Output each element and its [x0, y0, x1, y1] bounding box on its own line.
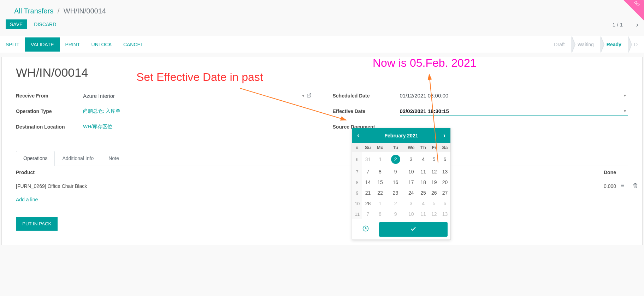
calendar-day[interactable]: 31	[362, 152, 373, 166]
receive-from-input[interactable]	[83, 91, 302, 100]
calendar-week-number: 9	[352, 188, 362, 198]
calendar-day[interactable]: 12	[429, 209, 439, 219]
calendar-day[interactable]: 5	[429, 152, 439, 166]
save-button[interactable]: Save	[6, 19, 27, 29]
calendar-day[interactable]: 28	[362, 198, 373, 209]
put-in-pack-button[interactable]: PUT IN PACK	[16, 217, 58, 231]
destination-location-value[interactable]: WH/库存区位	[83, 124, 312, 130]
split-button[interactable]: Split	[0, 37, 25, 52]
calendar-day[interactable]: 22	[374, 188, 387, 198]
calendar-day[interactable]: 4	[418, 198, 429, 209]
calendar-day[interactable]: 7	[362, 166, 373, 177]
calendar-day-header: Fr	[429, 143, 439, 152]
calendar-day[interactable]: 7	[362, 209, 373, 219]
pager[interactable]: 1 / 1	[613, 22, 623, 28]
calendar-day-header: Su	[362, 143, 373, 152]
calendar-day[interactable]: 10	[404, 166, 418, 177]
calendar-day[interactable]: 9	[386, 166, 404, 177]
calendar-day[interactable]: 9	[386, 209, 404, 219]
calendar-day[interactable]: 6	[439, 152, 450, 166]
calendar-day[interactable]: 2	[386, 198, 404, 209]
external-link-icon[interactable]	[307, 93, 312, 99]
calendar-day[interactable]: 5	[429, 198, 439, 209]
calendar-month-label[interactable]: February 2021	[385, 133, 418, 138]
calendar-day[interactable]: 21	[362, 188, 373, 198]
calendar-day[interactable]: 8	[374, 166, 387, 177]
svg-line-0	[308, 93, 311, 95]
calendar-day[interactable]: 23	[386, 188, 404, 198]
cell-product[interactable]: [FURN_0269] Office Chair Black	[2, 179, 575, 193]
breadcrumb-sep: /	[58, 7, 60, 15]
calendar-day[interactable]: 18	[418, 177, 429, 188]
calendar-day[interactable]: 14	[362, 177, 373, 188]
calendar-week-number: 10	[352, 198, 362, 209]
calendar-day[interactable]: 2	[386, 152, 404, 166]
breadcrumb-root[interactable]: All Transfers	[14, 7, 53, 15]
scheduled-date-caret-icon[interactable]: ▼	[623, 94, 628, 97]
status-bar: Draft Waiting Ready D	[548, 36, 644, 53]
record-title: WH/IN/00014	[16, 66, 628, 79]
table-row[interactable]: [FURN_0269] Office Chair Black0.000	[2, 179, 642, 193]
calendar-day[interactable]: 8	[374, 209, 387, 219]
calendar-day[interactable]: 11	[418, 209, 429, 219]
dropdown-caret-icon[interactable]: ▼	[302, 94, 307, 98]
receive-from-label: Receive From	[16, 93, 83, 99]
effective-date-caret-icon[interactable]: ▼	[623, 109, 628, 113]
action-bar: Save Discard 1 / 1 ›	[0, 19, 644, 36]
cell-done[interactable]: 0.000	[575, 179, 618, 193]
validate-button[interactable]: Validate	[25, 37, 60, 52]
calendar-day[interactable]: 19	[429, 177, 439, 188]
calendar-day[interactable]: 16	[386, 177, 404, 188]
annotation-text-1: Set Effective Date in past	[136, 71, 263, 84]
calendar-prev-icon[interactable]: ‹	[357, 132, 359, 139]
datepicker[interactable]: ‹ February 2021 › #SuMoTuWeThFrSa 631123…	[352, 128, 451, 240]
discard-button[interactable]: Discard	[30, 19, 60, 29]
add-line-link[interactable]: Add a line	[2, 193, 642, 206]
scheduled-date-input[interactable]	[400, 91, 624, 100]
calendar-day[interactable]: 17	[404, 177, 418, 188]
list-icon[interactable]	[618, 179, 628, 193]
tab-note[interactable]: Note	[101, 151, 126, 166]
calendar-day[interactable]: 6	[439, 198, 450, 209]
calendar-day[interactable]: 1	[374, 198, 387, 209]
status-ready[interactable]: Ready	[600, 36, 628, 53]
calendar-day-header: Mo	[374, 143, 387, 152]
status-waiting[interactable]: Waiting	[571, 36, 600, 53]
calendar-day[interactable]: 10	[404, 209, 418, 219]
receive-from-field[interactable]: ▼	[83, 91, 312, 100]
calendar-day[interactable]: 11	[418, 166, 429, 177]
calendar-day[interactable]: 3	[404, 198, 418, 209]
calendar-day[interactable]: 27	[439, 188, 450, 198]
calendar-day[interactable]: 12	[429, 166, 439, 177]
status-draft[interactable]: Draft	[548, 36, 571, 53]
time-picker-icon[interactable]	[355, 225, 376, 233]
calendar-day[interactable]: 24	[404, 188, 418, 198]
calendar-day[interactable]: 3	[404, 152, 418, 166]
tabs: Operations Additional Info Note	[16, 151, 628, 166]
cancel-button[interactable]: Cancel	[118, 37, 149, 52]
unlock-button[interactable]: Unlock	[86, 37, 118, 52]
calendar-week-number: 8	[352, 177, 362, 188]
tab-additional-info[interactable]: Additional Info	[55, 151, 101, 166]
operation-type-value[interactable]: 尚鹏总仓: 入库单	[83, 108, 312, 114]
effective-date-input[interactable]	[400, 107, 624, 116]
calendar-day[interactable]: 26	[429, 188, 439, 198]
calendar-day-header: Th	[418, 143, 429, 152]
calendar-day[interactable]: 25	[418, 188, 429, 198]
calendar-day[interactable]: 20	[439, 177, 450, 188]
print-button[interactable]: Print	[60, 37, 86, 52]
calendar-day[interactable]: 1	[374, 152, 387, 166]
col-product[interactable]: Product	[2, 166, 575, 179]
calendar-day[interactable]: 15	[374, 177, 387, 188]
calendar-day[interactable]: 4	[418, 152, 429, 166]
calendar-day[interactable]: 13	[439, 166, 450, 177]
pager-next-icon[interactable]: ›	[636, 20, 638, 29]
calendar-confirm-button[interactable]	[379, 222, 448, 237]
calendar-day-header: We	[404, 143, 418, 152]
effective-date-label: Effective Date	[333, 108, 400, 114]
delete-row-icon[interactable]	[628, 179, 642, 193]
col-done[interactable]: Done	[575, 166, 618, 179]
calendar-day[interactable]: 13	[439, 209, 450, 219]
calendar-next-icon[interactable]: ›	[443, 132, 445, 139]
tab-operations[interactable]: Operations	[16, 151, 55, 166]
